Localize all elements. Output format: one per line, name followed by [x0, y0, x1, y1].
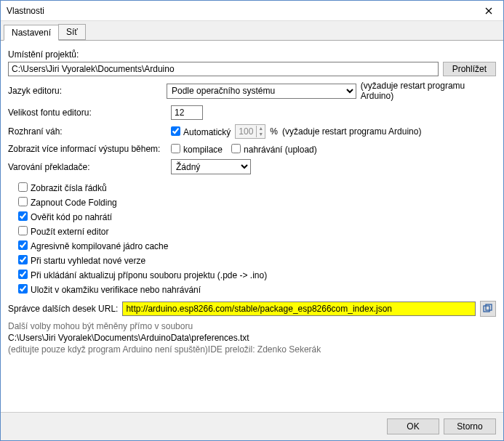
check-updates-checkbox[interactable] — [18, 255, 28, 264]
window-icon — [483, 304, 493, 314]
scale-pct: % — [270, 126, 278, 137]
save-on-verify-label[interactable]: Uložit v okamžiku verifikace nebo nahráv… — [18, 283, 201, 295]
close-icon — [485, 7, 492, 15]
language-label: Jazyk editoru: — [8, 86, 162, 96]
language-select[interactable]: Podle operačního systému — [167, 84, 356, 99]
verbose-compile-checkbox[interactable] — [171, 144, 180, 153]
aggressive-cache-checkbox[interactable] — [18, 240, 28, 250]
verify-checkbox[interactable] — [18, 211, 28, 221]
fontsize-label: Velikost fontu editoru: — [8, 108, 167, 118]
codefolding-checkbox[interactable] — [18, 197, 28, 206]
warnings-select[interactable]: Žádný — [171, 159, 251, 174]
more-line3: (editujte pouze když program Arduino nen… — [8, 344, 321, 355]
scale-label: Rozhraní váh: — [8, 126, 167, 137]
chevron-up-icon: ▲ — [257, 126, 265, 132]
sketchbook-label: Umístění projektů: — [8, 49, 79, 60]
update-ext-checkbox[interactable] — [18, 270, 28, 279]
browse-button[interactable]: Prohlížet — [443, 62, 496, 76]
scale-auto-checkbox[interactable] — [171, 126, 180, 136]
language-note: (vyžaduje restart programu Arduino) — [361, 81, 496, 101]
preferences-window: Vlastnosti Nastavení Síť Umístění projek… — [0, 0, 504, 441]
update-ext-label[interactable]: Při ukládání aktualizuj příponu souboru … — [18, 269, 267, 280]
tab-network[interactable]: Síť — [58, 24, 86, 40]
tab-strip: Nastavení Síť — [1, 21, 503, 41]
linenumbers-checkbox[interactable] — [18, 182, 28, 192]
save-on-verify-checkbox[interactable] — [18, 284, 28, 294]
svg-rect-3 — [486, 304, 492, 310]
more-line1: Další volby mohou být měněny přímo v sou… — [8, 321, 193, 331]
chevron-down-icon: ▼ — [257, 132, 265, 137]
warnings-label: Varování překladače: — [8, 162, 167, 172]
linenumbers-label[interactable]: Zobrazit čísla řádků — [18, 182, 107, 193]
verbose-upload-label[interactable]: nahrávání (upload) — [231, 143, 317, 155]
verbose-label: Zobrazit více informací výstupu během: — [8, 144, 167, 154]
check-updates-label[interactable]: Při startu vyhledat nové verze — [18, 254, 145, 266]
fontsize-input[interactable] — [171, 105, 203, 120]
codefolding-label[interactable]: Zapnout Code Folding — [18, 196, 117, 208]
svg-rect-2 — [484, 306, 489, 312]
external-editor-label[interactable]: Použít externí editor — [18, 225, 108, 237]
more-line2: C:\Users\Jiri Vyoralek\Documents\Arduino… — [8, 333, 249, 343]
external-editor-checkbox[interactable] — [18, 226, 28, 235]
boards-url-label: Správce dalších desek URL: — [8, 304, 118, 314]
titlebar: Vlastnosti — [1, 1, 503, 21]
tab-settings[interactable]: Nastavení — [4, 25, 59, 41]
aggressive-cache-label[interactable]: Agresivně kompilované jádro cache — [18, 240, 168, 251]
settings-panel: Umístění projektů: Prohlížet Jazyk edito… — [1, 41, 503, 412]
window-title: Vlastnosti — [7, 6, 474, 16]
boards-url-expand-button[interactable] — [480, 301, 496, 317]
boards-url-input[interactable] — [122, 302, 476, 316]
verbose-upload-checkbox[interactable] — [231, 144, 241, 153]
verbose-compile-label[interactable]: kompilace — [171, 143, 223, 155]
scale-auto-checkbox-label[interactable]: Automatický — [171, 126, 231, 137]
verify-label[interactable]: Ověřit kód po nahrátí — [18, 211, 112, 222]
close-button[interactable] — [474, 1, 503, 21]
scale-spinner: 100 ▲▼ — [235, 124, 265, 139]
cancel-button[interactable]: Storno — [444, 418, 496, 434]
ok-button[interactable]: OK — [387, 418, 439, 434]
dialog-footer: OK Storno — [1, 412, 503, 440]
sketchbook-path-input[interactable] — [8, 62, 439, 76]
scale-note: (vyžaduje restart programu Arduino) — [282, 126, 421, 137]
